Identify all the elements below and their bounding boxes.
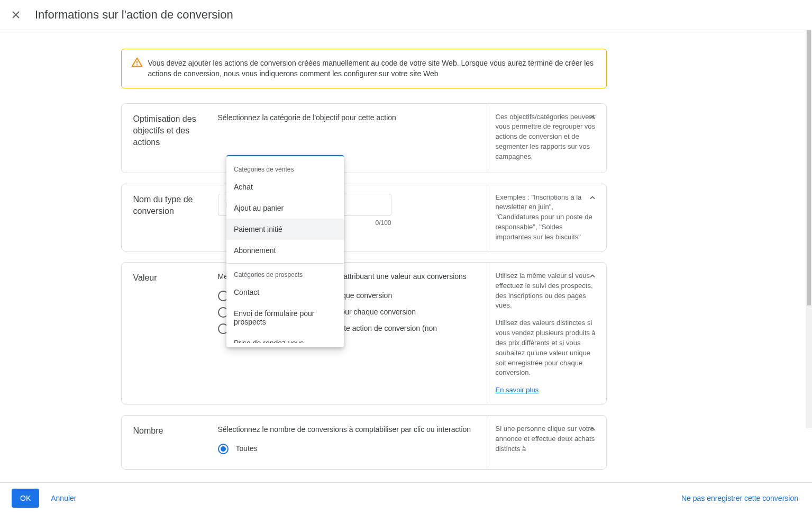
warning-text: Vous devez ajouter les actions de conver… bbox=[148, 59, 594, 78]
dropdown-scroll[interactable]: Catégories de ventes Achat Ajout au pani… bbox=[226, 160, 344, 343]
dropdown-item-paiement[interactable]: Paiement initié bbox=[226, 219, 344, 240]
card-optimization: Optimisation des objectifs et des action… bbox=[121, 103, 607, 173]
collapse-optimization[interactable] bbox=[586, 111, 599, 124]
card-name: Nom du type de conversion Nom de la conv… bbox=[121, 184, 607, 251]
page-title: Informations sur l'action de conversion bbox=[35, 8, 233, 22]
value-learn-more-link[interactable]: En savoir plus bbox=[496, 386, 539, 394]
collapse-count[interactable] bbox=[586, 423, 599, 436]
count-prompt: Sélectionnez le nombre de conversions à … bbox=[218, 425, 478, 434]
dropdown-item-achat[interactable]: Achat bbox=[226, 176, 344, 197]
dropdown-group-prospects: Catégories de prospects bbox=[226, 266, 344, 282]
card-title-value: Valeur bbox=[122, 263, 218, 404]
ok-button[interactable]: OK bbox=[12, 489, 39, 508]
radio-label: Toutes bbox=[236, 443, 258, 454]
collapse-name[interactable] bbox=[586, 192, 599, 204]
category-dropdown: Catégories de ventes Achat Ajout au pani… bbox=[226, 155, 344, 347]
card-title-count: Nombre bbox=[122, 416, 218, 469]
dropdown-item-formulaire[interactable]: Envoi de formulaire pour prospects bbox=[226, 303, 344, 332]
card-value: Valeur Mesurez l'impact de votre publici… bbox=[121, 262, 607, 404]
card-count: Nombre Sélectionnez le nombre de convers… bbox=[121, 415, 607, 470]
topbar: Informations sur l'action de conversion bbox=[0, 0, 812, 30]
dropdown-item-rdv[interactable]: Prise de rendez-vous bbox=[226, 332, 344, 343]
dropdown-group-sales: Catégories de ventes bbox=[226, 160, 344, 176]
collapse-value[interactable] bbox=[586, 270, 599, 283]
dropdown-item-abonnement[interactable]: Abonnement bbox=[226, 240, 344, 261]
cancel-button[interactable]: Annuler bbox=[49, 490, 78, 507]
footer: OK Annuler Ne pas enregistrer cette conv… bbox=[0, 482, 812, 513]
radio-icon-selected bbox=[218, 444, 229, 454]
optimization-prompt: Sélectionnez la catégorie de l'objectif … bbox=[218, 113, 478, 122]
warning-icon bbox=[131, 57, 143, 68]
close-icon[interactable] bbox=[10, 8, 22, 21]
svg-point-1 bbox=[136, 64, 137, 65]
radio-count-all[interactable]: Toutes bbox=[218, 443, 478, 454]
page-scrollbar[interactable] bbox=[806, 30, 812, 428]
dropdown-item-panier[interactable]: Ajout au panier bbox=[226, 197, 344, 219]
page-scrollbar-thumb[interactable] bbox=[807, 30, 811, 305]
dropdown-divider bbox=[226, 263, 344, 264]
value-help-1: Utilisez la même valeur si vous effectue… bbox=[496, 271, 598, 311]
card-title-name: Nom du type de conversion bbox=[122, 184, 218, 251]
dropdown-item-contact[interactable]: Contact bbox=[226, 282, 344, 303]
card-title-optimization: Optimisation des objectifs et des action… bbox=[122, 104, 218, 173]
value-help-2: Utilisez des valeurs distinctes si vous … bbox=[496, 318, 598, 378]
warning-banner: Vous devez ajouter les actions de conver… bbox=[121, 49, 607, 88]
discard-button[interactable]: Ne pas enregistrer cette conversion bbox=[679, 490, 800, 507]
